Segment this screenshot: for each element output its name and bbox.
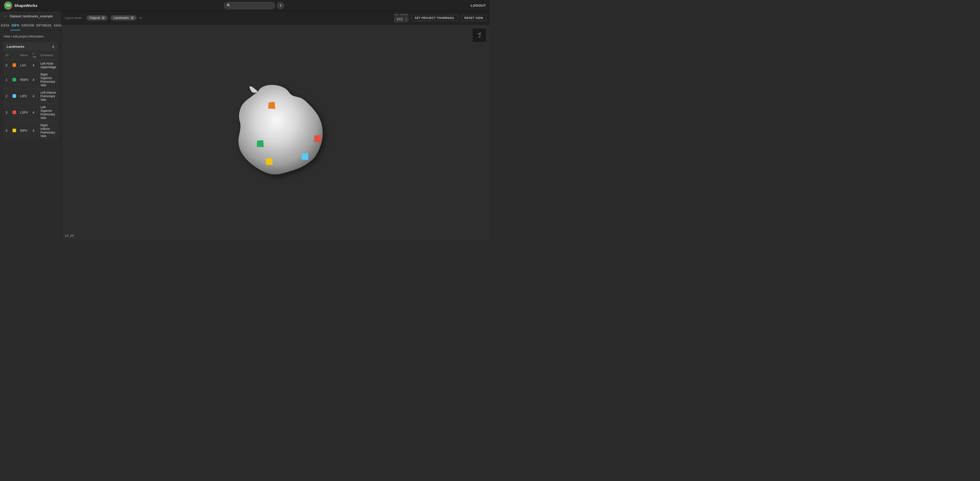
info-button[interactable]: ℹ — [277, 2, 284, 9]
row-set: 4 — [31, 71, 38, 89]
landmarks-title: Landmarks — [6, 45, 24, 49]
table-row: 3 LSPV 4 Left Superior Pulmonary Vein — [3, 104, 58, 122]
landmark-rspv — [257, 140, 264, 147]
chevron-up-icon[interactable]: ∧ — [52, 44, 54, 49]
row-name: LIPV — [18, 89, 31, 104]
layers-section: Layers shown — [65, 16, 83, 19]
col-color — [11, 51, 18, 60]
row-color-cell — [11, 60, 18, 71]
row-id: 2 — [3, 89, 11, 104]
row-set: 4 — [31, 122, 38, 140]
axis-system-label: Axis System — [394, 13, 408, 16]
row-color-cell — [11, 122, 18, 140]
viewport-toolbar: Layers shown Original ✕ Landmarks ✕ ▾ Ax… — [61, 11, 490, 24]
color-swatch — [13, 78, 16, 81]
col-name: Name — [18, 51, 31, 60]
breadcrumb: ← Dataset: landmarks_example — [0, 11, 61, 21]
col-comment: Comment — [38, 51, 58, 60]
row-id: 0 — [3, 60, 11, 71]
back-arrow-icon[interactable]: ← — [3, 14, 8, 18]
row-color-cell — [11, 104, 18, 122]
breadcrumb-label: Dataset: landmarks_example — [10, 14, 52, 18]
row-name: LSPV — [18, 104, 31, 122]
landmark-lspv — [314, 135, 321, 142]
search-input[interactable] — [232, 4, 263, 7]
viewport-3d[interactable]: +Z -Y LA_04 — [61, 24, 490, 240]
top-header: SW ShapeWorks 🔍 ℹ LOGOUT — [0, 0, 490, 11]
landmarks-panel: Landmarks ∧ ID Name # set Comment — [3, 42, 57, 140]
row-name: RSPV — [18, 71, 31, 89]
reset-view-button[interactable]: RESET VIEW — [461, 15, 487, 21]
search-icon: 🔍 — [227, 3, 231, 7]
row-color-cell — [11, 71, 18, 89]
left-panel: ← Dataset: landmarks_example DATA INFO G… — [0, 11, 61, 240]
row-set: 4 — [31, 89, 38, 104]
chip-landmarks-label: Landmarks — [114, 16, 129, 20]
chip-landmarks-close[interactable]: ✕ — [130, 16, 134, 20]
axis-select[interactable]: XYZ RAS LPS — [394, 17, 408, 22]
tab-data[interactable]: DATA — [0, 21, 11, 30]
chip-original-label: Original — [89, 16, 100, 20]
color-swatch — [13, 94, 16, 98]
table-row: 0 LAA 4 Left Atrial Appendage — [3, 60, 58, 71]
viewport: Layers shown Original ✕ Landmarks ✕ ▾ Ax… — [61, 11, 490, 240]
header-left: SW ShapeWorks — [4, 2, 38, 10]
table-row: 4 RIPV 4 Right Inferior Pulmonary Vein — [3, 122, 58, 140]
app-name: ShapeWorks — [14, 3, 38, 8]
main-layout: ← Dataset: landmarks_example DATA INFO G… — [0, 11, 490, 240]
landmarks-header: Landmarks ∧ — [3, 42, 57, 51]
axis-select-wrap: XYZ RAS LPS — [394, 17, 408, 22]
row-comment: Left Inferior Pulmonary Vein — [38, 89, 58, 104]
row-set: 4 — [31, 104, 38, 122]
chip-original-close[interactable]: ✕ — [101, 16, 105, 20]
info-description: View / edit project information — [3, 35, 57, 38]
row-id: 3 — [3, 104, 11, 122]
row-color-cell — [11, 89, 18, 104]
row-set: 4 — [31, 60, 38, 71]
search-bar[interactable]: 🔍 — [224, 2, 275, 9]
landmarks-table: ID Name # set Comment 0 LAA 4 Left Atria… — [3, 51, 58, 140]
col-id: ID — [3, 51, 11, 60]
info-section: View / edit project information Landmark… — [0, 31, 61, 240]
layers-label: Layers shown — [65, 16, 82, 19]
col-set: # set — [31, 51, 38, 60]
row-id: 1 — [3, 71, 11, 89]
atrium-svg — [212, 71, 340, 194]
row-comment: Left Superior Pulmonary Vein — [38, 104, 58, 122]
color-swatch — [13, 63, 16, 67]
layers-dropdown-icon[interactable]: ▾ — [140, 16, 141, 20]
header-center: 🔍 ℹ — [224, 2, 284, 9]
tab-optimize[interactable]: OPTIMIZE — [35, 21, 52, 30]
tab-info[interactable]: INFO — [11, 21, 21, 30]
layer-chip-original: Original ✕ — [86, 15, 108, 21]
landmark-laa — [268, 102, 275, 109]
atrium-bump — [250, 86, 258, 93]
row-id: 4 — [3, 122, 11, 140]
app-logo: SW — [4, 2, 12, 10]
axis-section: Axis System XYZ RAS LPS — [394, 13, 408, 22]
table-row: 1 RSPV 4 Right Superior Pulmonary Vein — [3, 71, 58, 89]
tabs-bar: DATA INFO GROOM OPTIMIZE ANALYZE — [0, 21, 61, 31]
landmark-lipv — [301, 153, 309, 160]
landmark-ripv — [266, 158, 273, 165]
atrium-body — [238, 85, 323, 175]
layer-chip-landmarks: Landmarks ✕ — [111, 15, 136, 21]
row-name: LAA — [18, 60, 31, 71]
color-swatch — [13, 129, 16, 132]
heart-mesh — [212, 71, 340, 194]
thumbnail-button[interactable]: SET PROJECT THUMBNAIL — [411, 15, 458, 21]
tab-groom[interactable]: GROOM — [21, 21, 35, 30]
row-name: RIPV — [18, 122, 31, 140]
row-comment: Right Superior Pulmonary Vein — [38, 71, 58, 89]
shape-canvas — [61, 24, 490, 240]
row-comment: Right Inferior Pulmonary Vein — [38, 122, 58, 140]
color-swatch — [13, 111, 16, 114]
table-header-row: ID Name # set Comment — [3, 51, 58, 60]
table-row: 2 LIPV 4 Left Inferior Pulmonary Vein — [3, 89, 58, 104]
row-comment: Left Atrial Appendage — [38, 60, 58, 71]
logout-button[interactable]: LOGOUT — [471, 3, 486, 7]
